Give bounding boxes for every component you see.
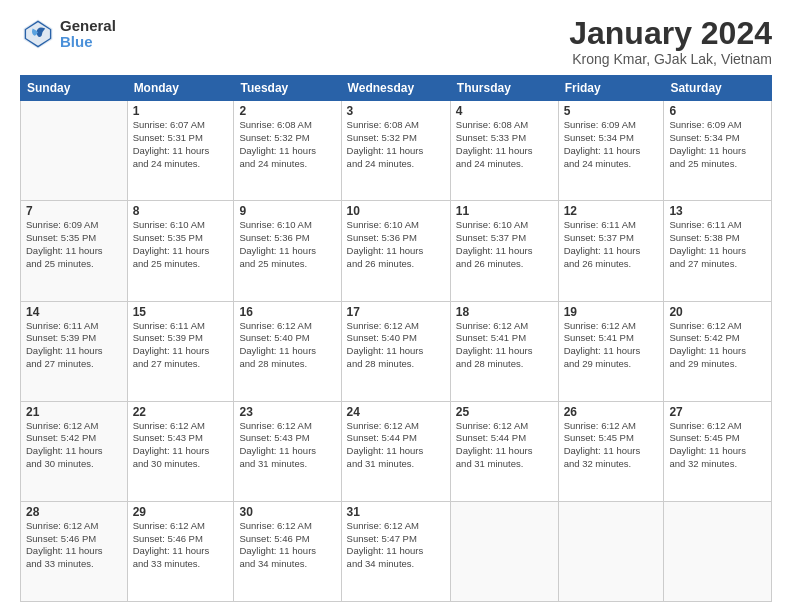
day-cell: 17Sunrise: 6:12 AM Sunset: 5:40 PM Dayli… bbox=[341, 301, 450, 401]
day-cell: 9Sunrise: 6:10 AM Sunset: 5:36 PM Daylig… bbox=[234, 201, 341, 301]
day-info: Sunrise: 6:08 AM Sunset: 5:33 PM Dayligh… bbox=[456, 119, 553, 170]
day-info: Sunrise: 6:12 AM Sunset: 5:46 PM Dayligh… bbox=[133, 520, 229, 571]
day-cell: 29Sunrise: 6:12 AM Sunset: 5:46 PM Dayli… bbox=[127, 501, 234, 601]
day-info: Sunrise: 6:07 AM Sunset: 5:31 PM Dayligh… bbox=[133, 119, 229, 170]
day-cell: 15Sunrise: 6:11 AM Sunset: 5:39 PM Dayli… bbox=[127, 301, 234, 401]
day-cell: 25Sunrise: 6:12 AM Sunset: 5:44 PM Dayli… bbox=[450, 401, 558, 501]
day-number: 9 bbox=[239, 204, 335, 218]
day-number: 11 bbox=[456, 204, 553, 218]
day-cell: 26Sunrise: 6:12 AM Sunset: 5:45 PM Dayli… bbox=[558, 401, 664, 501]
day-number: 3 bbox=[347, 104, 445, 118]
header: General Blue January 2024 Krong Kmar, GJ… bbox=[20, 16, 772, 67]
logo-text: General Blue bbox=[60, 18, 116, 51]
calendar-subtitle: Krong Kmar, GJak Lak, Vietnam bbox=[569, 51, 772, 67]
header-sunday: Sunday bbox=[21, 76, 128, 101]
week-row-3: 14Sunrise: 6:11 AM Sunset: 5:39 PM Dayli… bbox=[21, 301, 772, 401]
day-info: Sunrise: 6:10 AM Sunset: 5:36 PM Dayligh… bbox=[347, 219, 445, 270]
day-info: Sunrise: 6:09 AM Sunset: 5:34 PM Dayligh… bbox=[669, 119, 766, 170]
day-info: Sunrise: 6:12 AM Sunset: 5:42 PM Dayligh… bbox=[26, 420, 122, 471]
day-info: Sunrise: 6:11 AM Sunset: 5:39 PM Dayligh… bbox=[133, 320, 229, 371]
day-number: 4 bbox=[456, 104, 553, 118]
day-number: 5 bbox=[564, 104, 659, 118]
day-info: Sunrise: 6:12 AM Sunset: 5:41 PM Dayligh… bbox=[564, 320, 659, 371]
title-block: January 2024 Krong Kmar, GJak Lak, Vietn… bbox=[569, 16, 772, 67]
day-cell bbox=[664, 501, 772, 601]
day-number: 16 bbox=[239, 305, 335, 319]
day-cell: 1Sunrise: 6:07 AM Sunset: 5:31 PM Daylig… bbox=[127, 101, 234, 201]
day-number: 2 bbox=[239, 104, 335, 118]
calendar-table: SundayMondayTuesdayWednesdayThursdayFrid… bbox=[20, 75, 772, 602]
day-info: Sunrise: 6:10 AM Sunset: 5:36 PM Dayligh… bbox=[239, 219, 335, 270]
day-number: 25 bbox=[456, 405, 553, 419]
day-cell: 2Sunrise: 6:08 AM Sunset: 5:32 PM Daylig… bbox=[234, 101, 341, 201]
day-number: 21 bbox=[26, 405, 122, 419]
header-friday: Friday bbox=[558, 76, 664, 101]
day-header-row: SundayMondayTuesdayWednesdayThursdayFrid… bbox=[21, 76, 772, 101]
day-number: 31 bbox=[347, 505, 445, 519]
logo-icon bbox=[20, 16, 56, 52]
day-info: Sunrise: 6:11 AM Sunset: 5:39 PM Dayligh… bbox=[26, 320, 122, 371]
day-number: 17 bbox=[347, 305, 445, 319]
day-number: 28 bbox=[26, 505, 122, 519]
day-info: Sunrise: 6:12 AM Sunset: 5:47 PM Dayligh… bbox=[347, 520, 445, 571]
day-cell: 19Sunrise: 6:12 AM Sunset: 5:41 PM Dayli… bbox=[558, 301, 664, 401]
day-number: 26 bbox=[564, 405, 659, 419]
calendar-title: January 2024 bbox=[569, 16, 772, 51]
day-cell: 11Sunrise: 6:10 AM Sunset: 5:37 PM Dayli… bbox=[450, 201, 558, 301]
day-cell: 30Sunrise: 6:12 AM Sunset: 5:46 PM Dayli… bbox=[234, 501, 341, 601]
day-cell: 13Sunrise: 6:11 AM Sunset: 5:38 PM Dayli… bbox=[664, 201, 772, 301]
day-number: 12 bbox=[564, 204, 659, 218]
day-number: 7 bbox=[26, 204, 122, 218]
day-number: 13 bbox=[669, 204, 766, 218]
day-number: 8 bbox=[133, 204, 229, 218]
week-row-1: 1Sunrise: 6:07 AM Sunset: 5:31 PM Daylig… bbox=[21, 101, 772, 201]
day-info: Sunrise: 6:12 AM Sunset: 5:46 PM Dayligh… bbox=[239, 520, 335, 571]
day-cell: 16Sunrise: 6:12 AM Sunset: 5:40 PM Dayli… bbox=[234, 301, 341, 401]
page: General Blue January 2024 Krong Kmar, GJ… bbox=[0, 0, 792, 612]
day-info: Sunrise: 6:12 AM Sunset: 5:45 PM Dayligh… bbox=[669, 420, 766, 471]
day-cell: 8Sunrise: 6:10 AM Sunset: 5:35 PM Daylig… bbox=[127, 201, 234, 301]
day-info: Sunrise: 6:12 AM Sunset: 5:43 PM Dayligh… bbox=[239, 420, 335, 471]
day-cell: 22Sunrise: 6:12 AM Sunset: 5:43 PM Dayli… bbox=[127, 401, 234, 501]
day-number: 14 bbox=[26, 305, 122, 319]
day-number: 22 bbox=[133, 405, 229, 419]
day-cell: 20Sunrise: 6:12 AM Sunset: 5:42 PM Dayli… bbox=[664, 301, 772, 401]
week-row-4: 21Sunrise: 6:12 AM Sunset: 5:42 PM Dayli… bbox=[21, 401, 772, 501]
header-saturday: Saturday bbox=[664, 76, 772, 101]
header-thursday: Thursday bbox=[450, 76, 558, 101]
day-cell bbox=[21, 101, 128, 201]
day-info: Sunrise: 6:10 AM Sunset: 5:37 PM Dayligh… bbox=[456, 219, 553, 270]
day-info: Sunrise: 6:08 AM Sunset: 5:32 PM Dayligh… bbox=[347, 119, 445, 170]
day-info: Sunrise: 6:09 AM Sunset: 5:35 PM Dayligh… bbox=[26, 219, 122, 270]
day-info: Sunrise: 6:09 AM Sunset: 5:34 PM Dayligh… bbox=[564, 119, 659, 170]
logo-general: General bbox=[60, 18, 116, 35]
day-number: 29 bbox=[133, 505, 229, 519]
day-info: Sunrise: 6:08 AM Sunset: 5:32 PM Dayligh… bbox=[239, 119, 335, 170]
day-info: Sunrise: 6:12 AM Sunset: 5:41 PM Dayligh… bbox=[456, 320, 553, 371]
day-cell: 12Sunrise: 6:11 AM Sunset: 5:37 PM Dayli… bbox=[558, 201, 664, 301]
day-cell: 4Sunrise: 6:08 AM Sunset: 5:33 PM Daylig… bbox=[450, 101, 558, 201]
day-number: 24 bbox=[347, 405, 445, 419]
week-row-2: 7Sunrise: 6:09 AM Sunset: 5:35 PM Daylig… bbox=[21, 201, 772, 301]
day-cell: 18Sunrise: 6:12 AM Sunset: 5:41 PM Dayli… bbox=[450, 301, 558, 401]
day-info: Sunrise: 6:12 AM Sunset: 5:44 PM Dayligh… bbox=[347, 420, 445, 471]
day-number: 30 bbox=[239, 505, 335, 519]
day-info: Sunrise: 6:11 AM Sunset: 5:38 PM Dayligh… bbox=[669, 219, 766, 270]
day-info: Sunrise: 6:12 AM Sunset: 5:46 PM Dayligh… bbox=[26, 520, 122, 571]
day-info: Sunrise: 6:12 AM Sunset: 5:42 PM Dayligh… bbox=[669, 320, 766, 371]
day-info: Sunrise: 6:12 AM Sunset: 5:40 PM Dayligh… bbox=[347, 320, 445, 371]
week-row-5: 28Sunrise: 6:12 AM Sunset: 5:46 PM Dayli… bbox=[21, 501, 772, 601]
day-info: Sunrise: 6:12 AM Sunset: 5:45 PM Dayligh… bbox=[564, 420, 659, 471]
day-number: 15 bbox=[133, 305, 229, 319]
day-cell: 5Sunrise: 6:09 AM Sunset: 5:34 PM Daylig… bbox=[558, 101, 664, 201]
day-number: 10 bbox=[347, 204, 445, 218]
day-number: 19 bbox=[564, 305, 659, 319]
day-info: Sunrise: 6:12 AM Sunset: 5:44 PM Dayligh… bbox=[456, 420, 553, 471]
day-number: 20 bbox=[669, 305, 766, 319]
day-cell: 24Sunrise: 6:12 AM Sunset: 5:44 PM Dayli… bbox=[341, 401, 450, 501]
day-cell: 6Sunrise: 6:09 AM Sunset: 5:34 PM Daylig… bbox=[664, 101, 772, 201]
day-cell: 7Sunrise: 6:09 AM Sunset: 5:35 PM Daylig… bbox=[21, 201, 128, 301]
day-number: 23 bbox=[239, 405, 335, 419]
day-cell: 21Sunrise: 6:12 AM Sunset: 5:42 PM Dayli… bbox=[21, 401, 128, 501]
day-number: 6 bbox=[669, 104, 766, 118]
